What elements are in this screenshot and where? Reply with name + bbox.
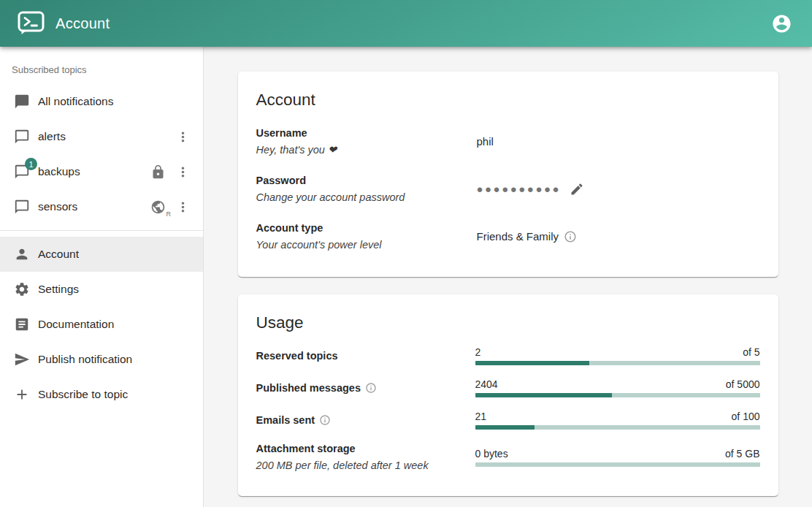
account-type-label: Account type (256, 222, 477, 234)
sidebar-item-settings[interactable]: Settings (0, 272, 203, 307)
attachment-storage-value: 0 bytes (475, 448, 508, 460)
header-bar: Account (0, 0, 812, 47)
emails-sent-row: Emails sent 21 of 100 (256, 411, 760, 430)
published-messages-progressbar (475, 393, 760, 397)
nav-label: Subscribe to topic (38, 388, 191, 401)
chat-outline-icon: 1 (13, 163, 31, 180)
published-messages-label: Published messages (256, 382, 361, 394)
password-row: Password Change your account password ●●… (256, 175, 760, 203)
username-caption: Hey, that's you ❤ (256, 144, 477, 156)
account-type-caption: Your account's power level (256, 239, 477, 251)
sidebar: Subscribed topics All notifications aler… (0, 47, 204, 507)
username-value: phil (477, 135, 494, 148)
topic-menu-button[interactable] (174, 163, 191, 180)
attachment-storage-limit: of 5 GB (725, 448, 759, 460)
published-messages-limit: of 5000 (726, 378, 760, 390)
chat-filled-icon (13, 93, 31, 110)
attachment-storage-label: Attachment storage (256, 443, 356, 454)
article-icon (13, 316, 31, 333)
subscribed-topics-header: Subscribed topics (0, 53, 203, 84)
password-caption: Change your account password (256, 191, 477, 203)
sidebar-item-subscribe-to-topic[interactable]: Subscribe to topic (0, 377, 203, 412)
sidebar-item-publish-notification[interactable]: Publish notification (0, 342, 203, 377)
published-messages-row: Published messages 2404 of 5000 (256, 378, 760, 397)
reserved-topics-value: 2 (475, 346, 481, 358)
ntfy-app: Account Subscribed topics All notificati… (0, 0, 812, 507)
lock-icon (149, 163, 166, 180)
main-area: Account Username Hey, that's you ❤ phil … (204, 47, 812, 507)
ntfy-logo-icon[interactable] (18, 11, 45, 36)
topic-label: All notifications (38, 95, 191, 108)
password-masked-value: ●●●●●●●●●● (477, 183, 562, 194)
nav-label: Account (38, 248, 191, 261)
account-menu-button[interactable] (767, 9, 796, 38)
gear-icon (13, 281, 31, 298)
account-card: Account Username Hey, that's you ❤ phil … (238, 72, 778, 277)
topic-label: alerts (38, 130, 166, 143)
usage-card-title: Usage (256, 313, 760, 332)
reserved-topics-limit: of 5 (743, 346, 759, 358)
unread-count-badge: 1 (25, 158, 37, 170)
emails-sent-limit: of 100 (732, 411, 760, 422)
attachment-storage-row: Attachment storage 200 MB per file, dele… (256, 443, 760, 471)
person-icon (13, 245, 31, 263)
emails-sent-label: Emails sent (256, 414, 315, 426)
topic-label: backups (38, 165, 142, 178)
reserved-topics-progressbar (475, 361, 760, 365)
sidebar-item-backups[interactable]: 1 backups (0, 154, 203, 189)
reserved-topics-row: Reserved topics 2 of 5 (256, 346, 760, 365)
chat-outline-icon (13, 198, 31, 216)
password-label: Password (256, 175, 477, 186)
username-row: Username Hey, that's you ❤ phil (256, 127, 760, 156)
account-type-value: Friends & Family (477, 230, 559, 243)
sidebar-item-sensors[interactable]: sensors R (0, 189, 203, 224)
info-outline-icon[interactable] (319, 414, 331, 426)
content-area: Subscribed topics All notifications aler… (0, 47, 812, 507)
usage-card: Usage Reserved topics 2 of 5 (238, 294, 778, 496)
topic-menu-button[interactable] (174, 198, 191, 216)
send-icon (13, 351, 31, 368)
info-outline-icon[interactable] (564, 230, 577, 243)
sidebar-item-all-notifications[interactable]: All notifications (0, 84, 203, 119)
plus-icon (13, 386, 31, 403)
topic-menu-button[interactable] (174, 128, 191, 145)
nav-label: Settings (38, 283, 191, 296)
emails-sent-value: 21 (475, 411, 487, 422)
published-messages-value: 2404 (475, 378, 498, 390)
sidebar-item-documentation[interactable]: Documentation (0, 307, 203, 342)
attachment-storage-progressbar (475, 462, 760, 467)
sidebar-divider (0, 230, 203, 231)
topic-label: sensors (38, 200, 142, 213)
info-outline-icon[interactable] (365, 382, 377, 394)
account-circle-icon (771, 13, 792, 34)
account-type-row: Account type Your account's power level … (256, 222, 760, 251)
page-title: Account (55, 15, 110, 32)
reserved-subscript: R (166, 210, 172, 218)
emails-sent-progressbar (475, 425, 760, 430)
globe-reserved-icon: R (149, 198, 166, 216)
chat-outline-icon (13, 128, 31, 145)
reserved-topics-label: Reserved topics (256, 350, 338, 362)
more-vert-icon (175, 199, 191, 215)
username-label: Username (256, 127, 477, 139)
sidebar-item-alerts[interactable]: alerts (0, 119, 203, 154)
nav-label: Publish notification (38, 353, 191, 366)
sidebar-item-account[interactable]: Account (0, 237, 203, 272)
more-vert-icon (175, 129, 191, 145)
nav-label: Documentation (38, 318, 191, 331)
edit-password-button[interactable] (568, 180, 586, 198)
attachment-storage-caption: 200 MB per file, deleted after 1 week (256, 460, 475, 471)
pencil-icon (570, 182, 584, 197)
account-card-title: Account (256, 91, 760, 110)
more-vert-icon (175, 164, 191, 180)
